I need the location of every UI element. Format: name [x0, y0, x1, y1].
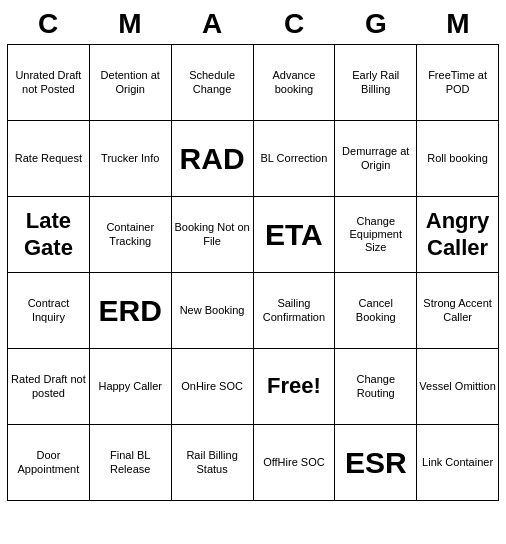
header-row: CMACGM — [7, 4, 499, 44]
bingo-cell: Final BL Release — [90, 425, 172, 501]
bingo-cell: Change Routing — [335, 349, 417, 425]
bingo-cell: Contract Inquiry — [8, 273, 90, 349]
header-letter-A-2: A — [171, 4, 253, 44]
cell-text: Schedule Change — [174, 69, 251, 95]
cell-text: ERD — [99, 293, 162, 329]
bingo-cell: Vessel Omittion — [417, 349, 499, 425]
bingo-cell: ERD — [90, 273, 172, 349]
bingo-cell: ESR — [335, 425, 417, 501]
cell-text: RAD — [180, 141, 245, 177]
bingo-cell: Detention at Origin — [90, 45, 172, 121]
bingo-cell: RAD — [172, 121, 254, 197]
bingo-cell: ETA — [254, 197, 336, 273]
cell-text: BL Correction — [260, 152, 327, 165]
cell-text: Contract Inquiry — [10, 297, 87, 323]
bingo-cell: Angry Caller — [417, 197, 499, 273]
bingo-cell: OnHire SOC — [172, 349, 254, 425]
header-letter-M-1: M — [89, 4, 171, 44]
bingo-cell: Cancel Booking — [335, 273, 417, 349]
bingo-grid: Unrated Draft not PostedDetention at Ori… — [7, 44, 499, 501]
cell-text: OnHire SOC — [181, 380, 243, 393]
cell-text: ESR — [345, 445, 407, 481]
cell-text: Demurrage at Origin — [337, 145, 414, 171]
cell-text: Door Appointment — [10, 449, 87, 475]
bingo-cell: FreeTime at POD — [417, 45, 499, 121]
cell-text: Rated Draft not posted — [10, 373, 87, 399]
bingo-cell: Container Tracking — [90, 197, 172, 273]
bingo-cell: BL Correction — [254, 121, 336, 197]
cell-text: Link Container — [422, 456, 493, 469]
bingo-cell: Booking Not on File — [172, 197, 254, 273]
cell-text: Container Tracking — [92, 221, 169, 247]
cell-text: Detention at Origin — [92, 69, 169, 95]
cell-text: FreeTime at POD — [419, 69, 496, 95]
bingo-cell: Free! — [254, 349, 336, 425]
cell-text: Rate Request — [15, 152, 82, 165]
bingo-cell: Rail Billing Status — [172, 425, 254, 501]
cell-text: Change Equipment Size — [337, 215, 414, 255]
cell-text: Booking Not on File — [174, 221, 251, 247]
bingo-cell: Link Container — [417, 425, 499, 501]
cell-text: Trucker Info — [101, 152, 159, 165]
bingo-cell: Rated Draft not posted — [8, 349, 90, 425]
cell-text: OffHire SOC — [263, 456, 325, 469]
header-letter-C-0: C — [7, 4, 89, 44]
bingo-cell: Happy Caller — [90, 349, 172, 425]
cell-text: Angry Caller — [419, 208, 496, 261]
cell-text: Happy Caller — [98, 380, 162, 393]
cell-text: Unrated Draft not Posted — [10, 69, 87, 95]
cell-text: Rail Billing Status — [174, 449, 251, 475]
bingo-card: CMACGM Unrated Draft not PostedDetention… — [3, 0, 503, 505]
cell-text: Strong Accent Caller — [419, 297, 496, 323]
bingo-cell: OffHire SOC — [254, 425, 336, 501]
bingo-cell: Advance booking — [254, 45, 336, 121]
cell-text: Roll booking — [427, 152, 488, 165]
bingo-cell: Rate Request — [8, 121, 90, 197]
bingo-cell: Unrated Draft not Posted — [8, 45, 90, 121]
cell-text: Cancel Booking — [337, 297, 414, 323]
cell-text: Free! — [267, 373, 321, 399]
bingo-cell: Sailing Confirmation — [254, 273, 336, 349]
bingo-cell: Change Equipment Size — [335, 197, 417, 273]
bingo-cell: Late Gate — [8, 197, 90, 273]
bingo-cell: Early Rail Billing — [335, 45, 417, 121]
cell-text: ETA — [265, 217, 323, 253]
bingo-cell: Door Appointment — [8, 425, 90, 501]
bingo-cell: Strong Accent Caller — [417, 273, 499, 349]
header-letter-G-4: G — [335, 4, 417, 44]
cell-text: Late Gate — [10, 208, 87, 261]
cell-text: Early Rail Billing — [337, 69, 414, 95]
cell-text: Advance booking — [256, 69, 333, 95]
bingo-cell: Schedule Change — [172, 45, 254, 121]
cell-text: New Booking — [180, 304, 245, 317]
bingo-cell: Trucker Info — [90, 121, 172, 197]
bingo-cell: Demurrage at Origin — [335, 121, 417, 197]
cell-text: Final BL Release — [92, 449, 169, 475]
cell-text: Change Routing — [337, 373, 414, 399]
header-letter-M-5: M — [417, 4, 499, 44]
header-letter-C-3: C — [253, 4, 335, 44]
bingo-cell: Roll booking — [417, 121, 499, 197]
bingo-cell: New Booking — [172, 273, 254, 349]
cell-text: Vessel Omittion — [419, 380, 495, 393]
cell-text: Sailing Confirmation — [256, 297, 333, 323]
